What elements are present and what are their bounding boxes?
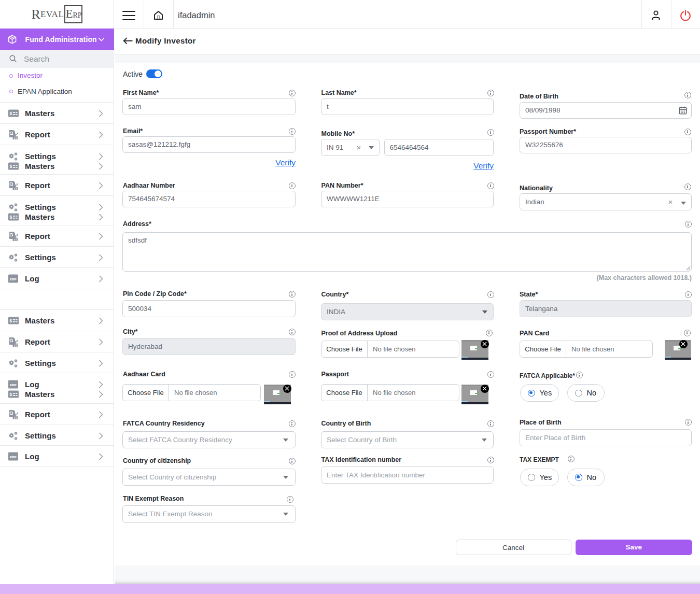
svg-text:$: $ [10, 318, 12, 323]
svg-text:ERP: ERP [10, 277, 17, 281]
svg-text:$: $ [10, 392, 12, 397]
svg-text:ERP: ERP [10, 455, 17, 459]
svg-text:$: $ [10, 164, 12, 169]
svg-text:$: $ [10, 215, 12, 220]
svg-text:ERP: ERP [10, 383, 17, 387]
svg-text:$: $ [10, 111, 12, 116]
